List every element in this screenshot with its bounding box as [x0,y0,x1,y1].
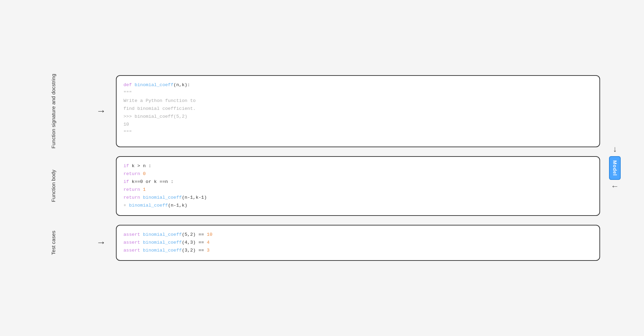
model-arrow-left: ← [612,182,617,191]
row1-label: Function signature and docstring [17,74,89,149]
python-body-box: if k > n : return 0 if k==0 or k ==n : r… [116,156,600,216]
row3-label: Test cases [17,223,89,262]
model-arrow-down: ↓ [612,145,617,154]
python-tests-box: assert binomial_coeff(5,2) == 10 assert … [116,225,600,261]
model-section: ↓ Model ← [603,74,627,262]
row3-arrow: → [89,223,113,262]
row2-label: Function body [17,155,89,217]
row1-arrow: → [89,74,113,149]
row2-arrow-empty [89,155,113,217]
model-label-badge: Model [609,156,621,180]
python-signature-box: def binomial_coeff(n,k): """ Write a Pyt… [116,75,600,147]
